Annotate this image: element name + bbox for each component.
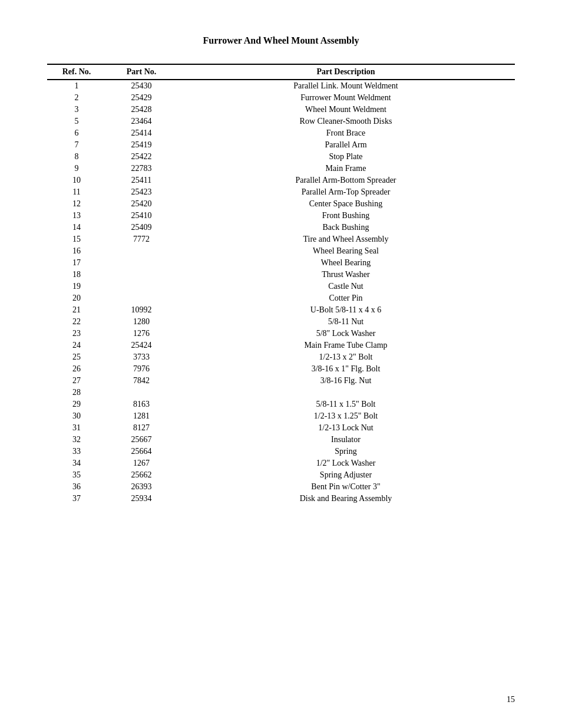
cell-part-no: 25410 [106,210,177,222]
table-row: 17Wheel Bearing [47,257,515,269]
cell-part-description: Center Space Bushing [177,198,515,210]
cell-part-description: 1/2" Lock Washer [177,457,515,469]
cell-part-no: 25429 [106,92,177,104]
cell-part-no [106,281,177,292]
cell-part-description: U-Bolt 5/8-11 x 4 x 6 [177,304,515,316]
cell-part-no: 7976 [106,363,177,375]
table-row: 18Thrust Washer [47,269,515,281]
cell-ref-no: 26 [47,363,106,375]
table-row: 125430Parallel Link. Mount Weldment [47,80,515,92]
cell-part-no: 1276 [106,328,177,340]
page-container: Furrower And Wheel Mount Assembly Ref. N… [0,0,562,728]
table-row: 2981635/8-11 x 1.5" Bolt [47,398,515,410]
cell-part-no: 25409 [106,222,177,233]
table-row: 2425424Main Frame Tube Clamp [47,340,515,351]
header-part-description: Part Description [177,64,515,80]
cell-part-description: Tire and Wheel Assembly [177,233,515,245]
cell-ref-no: 22 [47,316,106,328]
cell-part-description: 1/2-13 x 1.25" Bolt [177,410,515,422]
cell-part-description: Spring Adjuster [177,469,515,481]
cell-part-description: Spring [177,446,515,457]
cell-part-no: 26393 [106,481,177,493]
cell-part-no: 25422 [106,151,177,163]
cell-part-description: Stop Plate [177,151,515,163]
cell-ref-no: 8 [47,151,106,163]
table-row: 3725934Disk and Bearing Assembly [47,493,515,505]
cell-ref-no: 18 [47,269,106,281]
page-number: 15 [507,695,515,704]
cell-part-description: Parallel Arm [177,139,515,151]
cell-ref-no: 23 [47,328,106,340]
table-row: 3325664Spring [47,446,515,457]
cell-part-no: 7842 [106,375,177,387]
table-row: 2679763/8-16 x 1" Flg. Bolt [47,363,515,375]
cell-part-no: 22783 [106,163,177,174]
cell-part-description: Insulator [177,434,515,446]
cell-part-description: Castle Nut [177,281,515,292]
cell-part-description: 1/2-13 x 2" Bolt [177,351,515,363]
cell-part-no [106,269,177,281]
cell-ref-no: 24 [47,340,106,351]
table-row: 3181271/2-13 Lock Nut [47,422,515,434]
cell-part-no: 25428 [106,104,177,116]
table-row: 157772Tire and Wheel Assembly [47,233,515,245]
cell-part-description: 3/8-16 x 1" Flg. Bolt [177,363,515,375]
cell-part-no: 8163 [106,398,177,410]
cell-ref-no: 2 [47,92,106,104]
cell-part-no: 23464 [106,116,177,127]
cell-part-description: Front Bushing [177,210,515,222]
table-header-row: Ref. No. Part No. Part Description [47,64,515,80]
table-row: 1125423Parallel Arm-Top Spreader [47,186,515,198]
cell-ref-no: 31 [47,422,106,434]
table-row: 2778423/8-16 Flg. Nut [47,375,515,387]
cell-part-no: 1281 [106,410,177,422]
cell-part-no [106,387,177,398]
cell-part-no: 25419 [106,139,177,151]
cell-part-description: Main Frame [177,163,515,174]
cell-part-no: 25934 [106,493,177,505]
cell-part-description: 5/8" Lock Washer [177,328,515,340]
cell-ref-no: 6 [47,127,106,139]
cell-ref-no: 13 [47,210,106,222]
cell-ref-no: 21 [47,304,106,316]
cell-part-description: Bent Pin w/Cotter 3" [177,481,515,493]
cell-part-description: Main Frame Tube Clamp [177,340,515,351]
cell-part-no: 10992 [106,304,177,316]
cell-ref-no: 28 [47,387,106,398]
cell-part-description: Front Brace [177,127,515,139]
cell-part-description: Wheel Bearing [177,257,515,269]
cell-part-no: 25414 [106,127,177,139]
table-row: 2537331/2-13 x 2" Bolt [47,351,515,363]
cell-ref-no: 14 [47,222,106,233]
table-row: 325428Wheel Mount Weldment [47,104,515,116]
cell-part-no [106,245,177,257]
cell-ref-no: 29 [47,398,106,410]
table-row: 1425409Back Bushing [47,222,515,233]
cell-part-description: 3/8-16 Flg. Nut [177,375,515,387]
cell-ref-no: 7 [47,139,106,151]
cell-ref-no: 27 [47,375,106,387]
table-row: 523464Row Cleaner-Smooth Disks [47,116,515,127]
cell-part-no [106,292,177,304]
cell-ref-no: 17 [47,257,106,269]
cell-ref-no: 33 [47,446,106,457]
cell-ref-no: 16 [47,245,106,257]
table-row: 625414Front Brace [47,127,515,139]
cell-part-description: Parallel Arm-Bottom Spreader [177,174,515,186]
cell-ref-no: 19 [47,281,106,292]
cell-part-description: Wheel Mount Weldment [177,104,515,116]
cell-part-description [177,387,515,398]
cell-part-description: 5/8-11 Nut [177,316,515,328]
table-row: 16Wheel Bearing Seal [47,245,515,257]
table-row: 28 [47,387,515,398]
table-row: 922783Main Frame [47,163,515,174]
table-row: 19Castle Nut [47,281,515,292]
table-row: 825422Stop Plate [47,151,515,163]
cell-part-no: 3733 [106,351,177,363]
table-row: 3012811/2-13 x 1.25" Bolt [47,410,515,422]
cell-part-no: 1267 [106,457,177,469]
cell-ref-no: 35 [47,469,106,481]
table-row: 3525662Spring Adjuster [47,469,515,481]
table-row: 225429Furrower Mount Weldment [47,92,515,104]
parts-table: Ref. No. Part No. Part Description 12543… [47,64,515,505]
